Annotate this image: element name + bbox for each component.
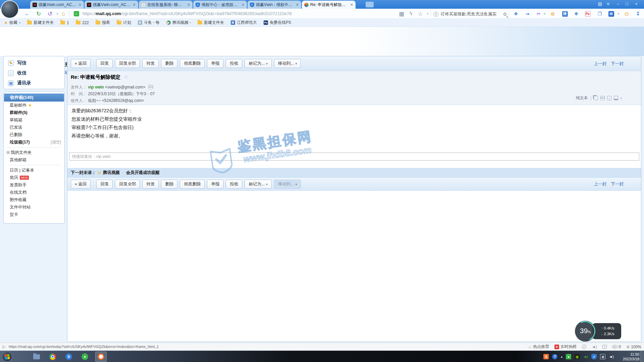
page-sound-icon[interactable]: ◄) (592, 345, 597, 349)
bookmark-folder-3[interactable]: 222 (76, 20, 89, 25)
sidebar-app-attachments[interactable]: 附件收藏 (4, 196, 64, 203)
next-unread-bar[interactable]: 下一封未读： ✉ 腾讯视频 会员开通成功提醒 (67, 168, 641, 177)
sidebar-app-greeting-card[interactable]: 贺卡 (4, 211, 64, 218)
bookmark-folder-5[interactable]: 计划 (117, 20, 131, 25)
tab-close-icon[interactable]: ✕ (133, 3, 136, 7)
sidebar-app-calendar[interactable]: 日历 | 记事本 (4, 167, 64, 174)
bookmark-folder-6[interactable]: 新建文件夹 (198, 20, 224, 25)
secure-shield-icon[interactable]: ✓ (74, 11, 79, 16)
sidebar-app-resume[interactable]: 简历 NEW (4, 174, 64, 181)
sidebar-app-docs[interactable]: 在线文档 (4, 189, 64, 196)
bookmark-folder-2[interactable]: 1 (60, 20, 69, 25)
wechat-tray-icon[interactable]: ● (566, 354, 571, 359)
prev-message-link[interactable]: 上一封 (594, 61, 607, 66)
move-to-button[interactable]: 移动到...▾ (274, 59, 301, 68)
plain-text-mode-link[interactable]: 纯文本 (576, 95, 588, 101)
memory-usage-ball[interactable]: 39% (575, 321, 596, 342)
from-name[interactable]: vip vwin (88, 85, 104, 89)
sidebar-folder-starred[interactable]: 星标邮件 ★ (4, 102, 64, 109)
tray-expand-icon[interactable]: ▴ (561, 355, 562, 358)
mark-as-button[interactable]: 标记为...▾ (245, 59, 271, 68)
report-button[interactable]: 举报 (207, 180, 223, 189)
bookmark-folder-1[interactable]: 新建文件夹 (27, 20, 54, 25)
sidebar-other-mailbox[interactable]: 其他邮箱 (4, 156, 64, 164)
report-button[interactable]: 举报 (207, 59, 223, 68)
download-mail-icon[interactable] (607, 96, 611, 100)
green-speaker-icon[interactable]: ◄) (583, 355, 588, 359)
network-tray-icon[interactable]: ▥ (600, 354, 605, 359)
back-button[interactable]: « 返回 (71, 180, 91, 189)
tab-vwin-2[interactable]: W 德赢Vwin.com_AC米兰 ✕ (85, 1, 138, 9)
browser-search-box[interactable]: S 叮咚买菜致歉:死鱼充活鱼属实 (433, 10, 506, 18)
tab-close-icon[interactable]: ✕ (187, 3, 190, 7)
next-message-link[interactable]: 下一封 (611, 61, 624, 66)
delete-button[interactable]: 删除 (161, 180, 177, 189)
sidebar-my-folders[interactable]: ⊞ 我的文件夹 (4, 149, 64, 156)
next-unread-sender[interactable]: 腾讯视频 (103, 170, 120, 176)
sidebar-item-contacts[interactable]: ▤ 通讯录 (4, 78, 64, 88)
tab-qqmail-active[interactable]: Re: 申请账号解除锁定 ✕ (302, 1, 356, 9)
print-icon[interactable] (614, 96, 618, 100)
translate-icon[interactable]: 译 (561, 10, 569, 17)
qq-guard-shield-icon[interactable]: ✓ (591, 354, 597, 359)
ad-blocker-indicator[interactable]: AD 0 (612, 345, 621, 349)
collapse-chevron-icon[interactable]: » (620, 97, 624, 99)
hot-recommend-button[interactable]: ♨ 热点推荐 (528, 344, 549, 350)
word-icon[interactable]: W (607, 10, 615, 17)
bookmark-jxnu[interactable]: 校江西师范大 (231, 20, 257, 25)
address-bar[interactable]: https://mail.qq.com/cgi-bin/frame_html?s… (83, 11, 291, 16)
sidebar-item-receive[interactable]: ↓ 收信 (4, 68, 64, 78)
qr-code-icon[interactable]: ▦ (397, 10, 406, 18)
trending-search-text[interactable]: 叮咚买菜致歉:死鱼充活鱼属实 (441, 11, 496, 17)
safety-check-icon[interactable]: ✓ (582, 345, 586, 349)
sidebar-folder-spam[interactable]: 垃圾箱(17) [清空] (4, 138, 64, 146)
mark-as-button[interactable]: 标记为...▾ (245, 180, 271, 189)
back-icon[interactable]: ← (23, 10, 32, 18)
tab-chat-service[interactable]: ≡ 在线客服系统- 聊天窗口 ✕ (139, 1, 193, 9)
taskbar-app-wechat[interactable]: ● (79, 352, 91, 362)
taskbar-app-chrome[interactable] (47, 352, 58, 362)
reply-button[interactable]: 回复 (96, 180, 113, 189)
reply-button[interactable]: 回复 (96, 59, 113, 68)
close-icon[interactable]: × (633, 1, 640, 6)
home-icon[interactable]: ⌂ (59, 10, 68, 18)
sidebar-folder-sent[interactable]: 已发送 (4, 124, 64, 131)
nvidia-tray-icon[interactable]: ◉ (575, 354, 580, 359)
block-button[interactable]: 拒收 (226, 180, 242, 189)
refresh-icon[interactable]: ↻ (34, 10, 43, 18)
volume-tray-icon[interactable]: ◄) (609, 355, 614, 359)
sidebar-app-transfer[interactable]: 文件中转站 (4, 203, 64, 211)
tab-vwin-1[interactable]: W 德赢Vwin.com_AC米兰 ✕ (30, 1, 84, 9)
menu-icon[interactable]: ≡ (604, 1, 612, 6)
show-desktop-button[interactable] (641, 351, 644, 362)
to-address[interactable]: 临别~~ <524289319@qq.com> (88, 98, 144, 103)
forward-button[interactable]: 转发 (142, 59, 159, 68)
bookmark-online-ps[interactable]: Ps免费在线PS (264, 20, 291, 25)
open-in-window-icon[interactable] (594, 96, 598, 100)
extension-puzzle-icon[interactable]: ❖ (512, 10, 520, 17)
trending-list-button[interactable]: ılı 实时热榜 (554, 344, 577, 350)
taskbar-app-explorer[interactable] (31, 352, 42, 362)
tab-close-icon[interactable]: ✕ (296, 3, 299, 7)
move-to-button[interactable]: 移动到...▾ (274, 180, 301, 189)
forward-button[interactable]: 转发 (142, 180, 159, 189)
bookmark-douyu[interactable]: 鱼斗鱼 - 每 (138, 20, 160, 25)
star-outline-icon[interactable]: ☆ (124, 74, 128, 80)
bookmark-folder-4[interactable]: 报表 (96, 20, 110, 25)
lightning-icon[interactable]: ϟ (407, 10, 415, 18)
reply-all-button[interactable]: 回复全部 (115, 180, 140, 189)
taskbar-app-active-browser[interactable] (95, 352, 107, 362)
word-dropdown-icon[interactable]: ▾ (614, 10, 623, 17)
extension-puzzle-icon-2[interactable]: ❖ (572, 10, 580, 17)
more-extensions-icon[interactable]: ⊙ (623, 10, 631, 17)
start-button[interactable] (2, 352, 12, 362)
next-message-link[interactable]: 下一封 (611, 182, 624, 186)
contact-card-icon[interactable] (149, 85, 153, 89)
next-unread-subject[interactable]: 会员开通成功提醒 (126, 170, 160, 176)
maximize-icon[interactable]: □ (623, 1, 631, 6)
taskbar-app-sogou-browser[interactable]: S (63, 352, 74, 362)
sogou-input-icon[interactable]: S (543, 354, 549, 359)
bookmark-favorites[interactable]: ★ 收藏 ▾ (4, 20, 20, 25)
scissors-dropdown-icon[interactable]: ▾ (541, 10, 549, 17)
status-play-icon[interactable]: |▷ (2, 345, 6, 349)
